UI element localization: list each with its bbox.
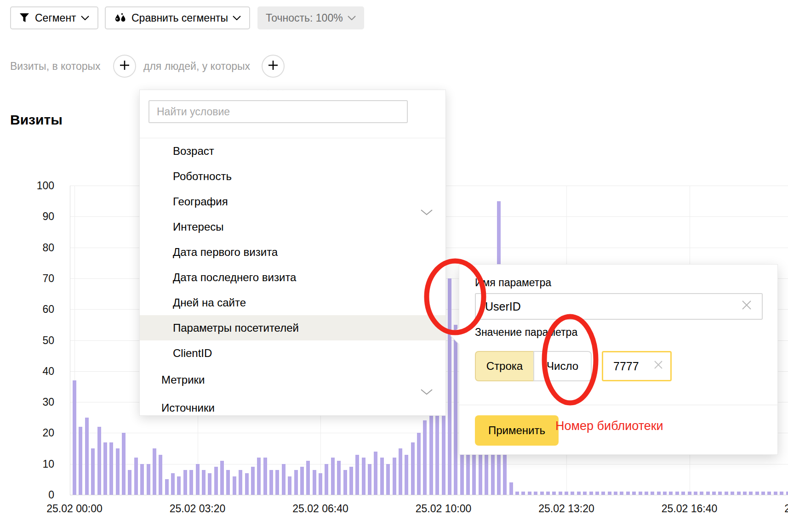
- chart-bar[interactable]: [91, 448, 95, 495]
- chart-bar[interactable]: [97, 427, 101, 495]
- menu-item-robots[interactable]: Роботность: [140, 164, 445, 189]
- chart-bar[interactable]: [675, 492, 679, 495]
- chart-bar[interactable]: [393, 458, 396, 495]
- chart-bar[interactable]: [399, 448, 402, 495]
- clear-icon[interactable]: [653, 359, 664, 373]
- chart-bar[interactable]: [269, 470, 273, 495]
- chart-bar[interactable]: [343, 470, 347, 495]
- chart-bar[interactable]: [774, 492, 777, 495]
- chart-bar[interactable]: [589, 492, 593, 495]
- chart-bar[interactable]: [116, 448, 120, 495]
- chart-bar[interactable]: [700, 492, 703, 495]
- chart-bar[interactable]: [122, 433, 126, 495]
- type-option-string[interactable]: Строка: [475, 351, 533, 381]
- chart-bar[interactable]: [559, 492, 562, 495]
- chart-bar[interactable]: [214, 467, 218, 495]
- chart-bar[interactable]: [632, 492, 636, 495]
- chart-bar[interactable]: [731, 492, 734, 495]
- chart-bar[interactable]: [583, 492, 587, 495]
- menu-item-age[interactable]: Возраст: [140, 138, 445, 164]
- chart-bar[interactable]: [159, 455, 162, 495]
- chart-bar[interactable]: [368, 464, 371, 495]
- chart-bar[interactable]: [620, 492, 623, 495]
- chart-bar[interactable]: [608, 492, 611, 495]
- chart-bar[interactable]: [780, 492, 783, 495]
- menu-item-visitor-params[interactable]: Параметры посетителей: [140, 315, 445, 340]
- chart-bar[interactable]: [429, 414, 433, 495]
- chart-bar[interactable]: [528, 492, 531, 495]
- chart-bar[interactable]: [183, 470, 187, 495]
- chart-bar[interactable]: [319, 473, 322, 495]
- menu-item-interests[interactable]: Интересы: [140, 214, 445, 239]
- chart-bar[interactable]: [380, 458, 384, 495]
- chart-bar[interactable]: [147, 464, 150, 495]
- chart-bar[interactable]: [208, 473, 211, 495]
- chart-bar[interactable]: [411, 442, 415, 495]
- chart-bar[interactable]: [128, 470, 131, 495]
- chart-bar[interactable]: [153, 448, 156, 495]
- chart-bar[interactable]: [306, 461, 310, 495]
- chart-bar[interactable]: [755, 492, 759, 495]
- chart-bar[interactable]: [275, 470, 279, 495]
- chart-bar[interactable]: [171, 473, 175, 495]
- chart-bar[interactable]: [103, 442, 107, 495]
- condition-search-input[interactable]: [148, 100, 408, 123]
- chart-bar[interactable]: [362, 458, 365, 495]
- chart-bar[interactable]: [245, 473, 249, 495]
- chart-bar[interactable]: [257, 458, 261, 495]
- menu-section-sources[interactable]: Источники: [140, 394, 445, 416]
- chart-bar[interactable]: [577, 492, 581, 495]
- chart-bar[interactable]: [355, 455, 359, 495]
- chart-bar[interactable]: [546, 492, 550, 495]
- chart-bar[interactable]: [79, 427, 82, 495]
- menu-item-clientid[interactable]: ClientID: [140, 340, 445, 366]
- chart-bar[interactable]: [349, 467, 353, 495]
- chart-bar[interactable]: [712, 492, 716, 495]
- chart-bar[interactable]: [417, 433, 421, 495]
- chart-bar[interactable]: [374, 452, 377, 495]
- chart-bar[interactable]: [595, 492, 599, 495]
- chart-bar[interactable]: [601, 492, 605, 495]
- chart-bar[interactable]: [761, 492, 765, 495]
- type-option-number[interactable]: Число: [533, 351, 592, 381]
- chart-bar[interactable]: [251, 467, 255, 495]
- chart-bar[interactable]: [786, 492, 788, 495]
- chart-bar[interactable]: [571, 492, 574, 495]
- chart-bar[interactable]: [189, 470, 193, 495]
- menu-section-metrics[interactable]: Метрики: [140, 366, 445, 394]
- chart-bar[interactable]: [313, 470, 316, 495]
- clear-icon[interactable]: [741, 299, 753, 314]
- chart-bar[interactable]: [626, 492, 630, 495]
- chart-bar[interactable]: [534, 492, 537, 495]
- chart-bar[interactable]: [202, 470, 206, 495]
- chart-bar[interactable]: [694, 492, 697, 495]
- chart-bar[interactable]: [669, 492, 673, 495]
- chart-bar[interactable]: [288, 476, 291, 495]
- chart-bar[interactable]: [639, 492, 642, 495]
- chart-bar[interactable]: [718, 492, 722, 495]
- menu-item-days-on-site[interactable]: Дней на сайте: [140, 290, 445, 315]
- chart-bar[interactable]: [681, 492, 685, 495]
- menu-item-geography[interactable]: География: [140, 189, 445, 214]
- chart-bar[interactable]: [282, 464, 286, 495]
- chart-bar[interactable]: [448, 278, 451, 495]
- chart-bar[interactable]: [651, 492, 654, 495]
- chart-bar[interactable]: [423, 420, 427, 495]
- chart-bar[interactable]: [725, 492, 728, 495]
- chart-bar[interactable]: [325, 464, 328, 495]
- chart-bar[interactable]: [85, 418, 89, 495]
- chart-bar[interactable]: [454, 325, 457, 495]
- chart-bar[interactable]: [614, 492, 617, 495]
- chart-bar[interactable]: [749, 492, 753, 495]
- chart-bar[interactable]: [688, 492, 691, 495]
- chart-bar[interactable]: [767, 492, 771, 495]
- chart-bar[interactable]: [743, 492, 747, 495]
- chart-bar[interactable]: [386, 464, 390, 495]
- chart-bar[interactable]: [405, 455, 408, 495]
- chart-bar[interactable]: [645, 492, 648, 495]
- chart-bar[interactable]: [239, 470, 242, 495]
- chart-bar[interactable]: [657, 492, 661, 495]
- chart-bar[interactable]: [263, 458, 267, 495]
- chart-bar[interactable]: [565, 492, 568, 495]
- chart-bar[interactable]: [134, 458, 138, 495]
